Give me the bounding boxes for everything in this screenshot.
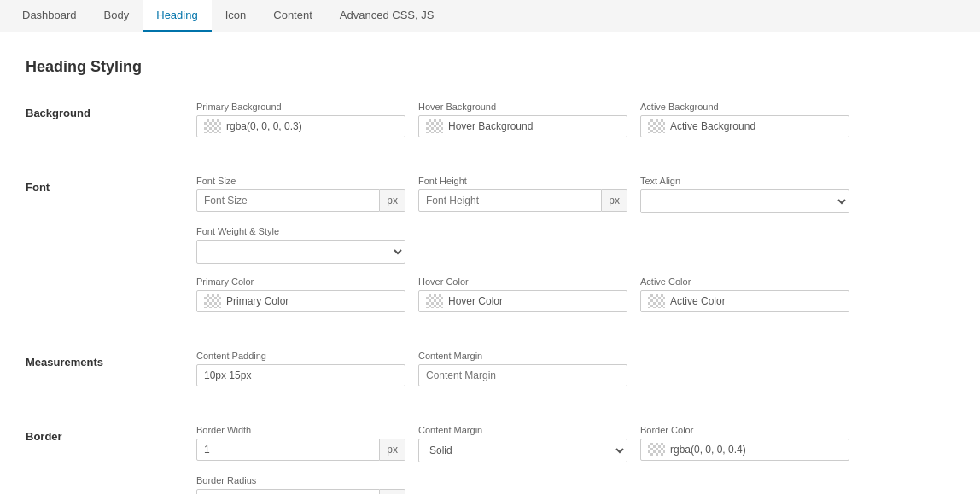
background-label: Background xyxy=(26,102,196,119)
hover-color-value: Hover Color xyxy=(448,295,620,307)
border-radius-input[interactable] xyxy=(196,489,380,494)
tab-bar: Dashboard Body Heading Icon Content Adva… xyxy=(0,0,980,32)
border-radius-suffix: px xyxy=(380,489,405,494)
primary-background-field: Primary Background rgba(0, 0, 0, 0.3) xyxy=(196,102,405,137)
font-height-label: Font Height xyxy=(418,176,627,186)
primary-background-label: Primary Background xyxy=(196,102,405,112)
active-background-label: Active Background xyxy=(640,102,849,112)
active-background-field: Active Background Active Background xyxy=(640,102,849,137)
primary-background-value: rgba(0, 0, 0, 0.3) xyxy=(226,120,398,132)
hover-background-input[interactable]: Hover Background xyxy=(418,115,627,137)
font-size-suffix: px xyxy=(380,189,405,212)
text-align-label: Text Align xyxy=(640,176,849,186)
border-width-input-group: px xyxy=(196,439,405,461)
active-color-field: Active Color Active Color xyxy=(640,276,849,312)
font-size-label: Font Size xyxy=(196,176,405,186)
font-section: Font Font Size px Font Height px Text xyxy=(26,176,954,325)
border-label: Border xyxy=(26,425,196,443)
primary-background-swatch xyxy=(204,119,221,133)
hover-color-label: Hover Color xyxy=(418,276,627,287)
hover-background-swatch xyxy=(426,119,443,133)
border-color-field: Border Color rgba(0, 0, 0, 0.4) xyxy=(640,425,849,462)
tab-icon[interactable]: Icon xyxy=(212,0,260,32)
font-height-field: Font Height px xyxy=(418,176,627,213)
border-color-input[interactable]: rgba(0, 0, 0, 0.4) xyxy=(640,439,849,461)
content-padding-input[interactable] xyxy=(196,364,405,386)
border-width-label: Border Width xyxy=(196,425,405,435)
measurements-section: Measurements Content Padding Content Mar… xyxy=(26,351,954,399)
tab-advanced[interactable]: Advanced CSS, JS xyxy=(326,0,448,32)
active-color-input[interactable]: Active Color xyxy=(640,290,849,312)
border-radius-field: Border Radius px xyxy=(196,475,405,494)
border-style-field: Content Margin Solid Dashed Dotted None xyxy=(418,425,627,462)
primary-color-input[interactable]: Primary Color xyxy=(196,290,405,312)
primary-background-input[interactable]: rgba(0, 0, 0, 0.3) xyxy=(196,115,405,137)
primary-color-swatch xyxy=(204,294,221,308)
page-title: Heading Styling xyxy=(26,58,954,76)
main-content: Heading Styling Background Primary Backg… xyxy=(0,32,980,494)
font-height-input[interactable] xyxy=(418,189,602,212)
border-color-label: Border Color xyxy=(640,425,849,435)
border-width-suffix: px xyxy=(380,439,405,461)
content-margin-field: Content Margin xyxy=(418,351,627,386)
active-color-swatch xyxy=(648,294,665,308)
active-color-label: Active Color xyxy=(640,276,849,287)
border-radius-label: Border Radius xyxy=(196,475,405,485)
font-fields: Font Size px Font Height px Text Align xyxy=(196,176,954,325)
measurements-label: Measurements xyxy=(26,351,196,369)
primary-color-label: Primary Color xyxy=(196,276,405,287)
tab-body[interactable]: Body xyxy=(90,0,143,32)
hover-background-field: Hover Background Hover Background xyxy=(418,102,627,137)
border-color-value: rgba(0, 0, 0, 0.4) xyxy=(670,444,842,456)
font-weight-field: Font Weight & Style Normal Bold Italic xyxy=(196,226,405,264)
tab-heading[interactable]: Heading xyxy=(143,0,211,32)
hover-background-label: Hover Background xyxy=(418,102,627,112)
font-height-suffix: px xyxy=(602,189,627,212)
active-background-input[interactable]: Active Background xyxy=(640,115,849,137)
text-align-select[interactable]: Left Center Right xyxy=(640,189,849,213)
border-radius-input-group: px xyxy=(196,489,405,494)
content-margin-label: Content Margin xyxy=(418,351,627,361)
active-color-value: Active Color xyxy=(670,295,842,307)
background-fields: Primary Background rgba(0, 0, 0, 0.3) Ho… xyxy=(196,102,954,150)
font-height-input-group: px xyxy=(418,189,627,212)
font-size-field: Font Size px xyxy=(196,176,405,213)
border-style-label: Content Margin xyxy=(418,425,627,435)
hover-color-input[interactable]: Hover Color xyxy=(418,290,627,312)
tab-dashboard[interactable]: Dashboard xyxy=(9,0,90,32)
tab-content[interactable]: Content xyxy=(260,0,326,32)
border-width-field: Border Width px xyxy=(196,425,405,462)
hover-color-field: Hover Color Hover Color xyxy=(418,276,627,312)
hover-background-value: Hover Background xyxy=(448,120,620,132)
background-section: Background Primary Background rgba(0, 0,… xyxy=(26,102,954,150)
content-margin-input[interactable] xyxy=(418,364,627,386)
border-fields: Border Width px Content Margin Solid Das… xyxy=(196,425,954,494)
border-width-input[interactable] xyxy=(196,439,380,461)
font-weight-select[interactable]: Normal Bold Italic xyxy=(196,240,405,264)
border-color-swatch xyxy=(648,443,665,456)
active-background-swatch xyxy=(648,119,665,133)
font-label: Font xyxy=(26,176,196,194)
hover-color-swatch xyxy=(426,294,443,308)
font-weight-label: Font Weight & Style xyxy=(196,226,405,236)
content-padding-label: Content Padding xyxy=(196,351,405,361)
text-align-field: Text Align Left Center Right xyxy=(640,176,849,213)
active-background-value: Active Background xyxy=(670,120,842,132)
border-section: Border Border Width px Content Margin So… xyxy=(26,425,954,494)
measurements-fields: Content Padding Content Margin xyxy=(196,351,954,399)
font-size-input-group: px xyxy=(196,189,405,212)
primary-color-value: Primary Color xyxy=(226,295,398,307)
border-style-select[interactable]: Solid Dashed Dotted None xyxy=(418,439,627,462)
font-size-input[interactable] xyxy=(196,189,380,212)
primary-color-field: Primary Color Primary Color xyxy=(196,276,405,312)
content-padding-field: Content Padding xyxy=(196,351,405,386)
